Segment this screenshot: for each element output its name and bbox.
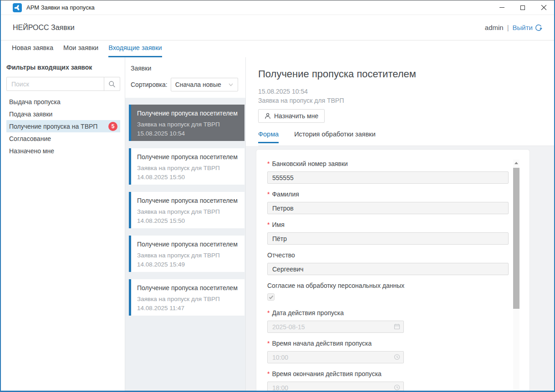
request-card-datetime: 14.08.2025 15:50 <box>137 217 240 224</box>
request-card-title: Получение пропуска посетителем <box>137 241 240 248</box>
request-card-subtitle: Заявка на пропуск для ТВРП <box>137 165 240 171</box>
last-name-input[interactable] <box>267 202 509 214</box>
minimize-icon <box>499 7 504 8</box>
field-label-text: Отчество <box>267 251 295 259</box>
tab-new-request[interactable]: Новая заявка <box>12 40 53 57</box>
scroll-up-button[interactable] <box>513 160 519 166</box>
scrollbar-thumb[interactable] <box>513 168 519 309</box>
request-card-subtitle: Заявка на пропуск для ТВРП <box>137 296 240 302</box>
start-time-input[interactable] <box>267 351 404 363</box>
pass-date-input[interactable] <box>267 321 404 333</box>
detail-header: Получение пропуска посетителем 15.08.202… <box>246 57 554 146</box>
request-list: Получение пропуска посетителем Заявка на… <box>125 98 245 391</box>
time-input-wrap <box>267 382 404 391</box>
field-label: Отчество <box>267 251 530 259</box>
chevron-down-icon <box>228 82 234 87</box>
field-label: Согласие на обработку персональных данны… <box>267 282 530 289</box>
assign-to-me-button[interactable]: Назначить мне <box>258 109 325 123</box>
filter-item-request-submission[interactable]: Подача заявки <box>6 108 120 120</box>
middle-name-input[interactable] <box>267 263 509 275</box>
field-start-time: *Время начала действия пропуска <box>267 340 530 363</box>
field-label-text: Время начала действия пропуска <box>272 340 372 347</box>
search-input[interactable] <box>7 77 104 90</box>
request-card[interactable]: Получение пропуска посетителем Заявка на… <box>129 279 244 316</box>
first-name-input[interactable] <box>267 232 509 245</box>
filters-sidebar: Фильтры входящих заявок Выдача пропуска … <box>1 57 125 391</box>
filter-label: Назначено мне <box>9 147 54 155</box>
tab-incoming-requests[interactable]: Входящие заявки <box>108 40 162 57</box>
field-middle-name: Отчество <box>267 251 530 275</box>
field-label-text: Дата действия пропуска <box>272 309 344 317</box>
check-icon <box>269 295 274 300</box>
maximize-button[interactable] <box>512 0 533 15</box>
required-mark: * <box>267 191 270 198</box>
window-title: АРМ Заявки на пропуска <box>26 4 491 11</box>
time-input-wrap <box>267 351 404 363</box>
consent-checkbox[interactable] <box>267 293 275 301</box>
field-consent: Согласие на обработку персональных данны… <box>267 282 530 301</box>
end-time-input[interactable] <box>267 382 404 391</box>
field-label-text: Имя <box>272 221 284 228</box>
sort-label: Сортировка: <box>131 81 168 88</box>
bank-number-input[interactable] <box>267 171 509 184</box>
tab-history[interactable]: История обработки заявки <box>294 131 376 143</box>
request-card-datetime: 14.08.2025 15:49 <box>137 261 240 268</box>
main-tabs: Новая заявка Мои заявки Входящие заявки <box>1 40 554 57</box>
logout-icon <box>535 24 542 31</box>
form-card: *Банковский номер заявки *Фамилия <box>256 149 530 391</box>
required-mark: * <box>267 309 270 317</box>
sort-select[interactable]: Сначала новые <box>171 78 238 91</box>
request-card[interactable]: Получение пропуска посетителем Заявка на… <box>129 105 244 141</box>
brand-title: НЕЙРОСС Заявки <box>13 24 75 32</box>
user-separator: | <box>507 24 509 31</box>
field-label: *Фамилия <box>267 191 530 198</box>
date-input-wrap <box>267 321 404 333</box>
detail-body: *Банковский номер заявки *Фамилия <box>246 146 554 391</box>
filters-title: Фильтры входящих заявок <box>6 64 120 71</box>
requests-title: Заявки <box>131 65 240 72</box>
user-area: admin | Выйти <box>485 24 542 31</box>
tab-form[interactable]: Форма <box>258 131 279 143</box>
person-icon <box>265 113 271 119</box>
search-button[interactable] <box>104 77 120 90</box>
clock-icon <box>394 384 400 391</box>
required-mark: * <box>267 340 270 347</box>
field-label: *Имя <box>267 221 530 228</box>
close-button[interactable] <box>533 0 554 15</box>
detail-title: Получение пропуска посетителем <box>258 68 554 80</box>
requests-header: Заявки Сортировка: Сначала новые <box>125 57 245 98</box>
request-card[interactable]: Получение пропуска посетителем Заявка на… <box>129 148 244 185</box>
app-window: АРМ Заявки на пропуска НЕЙРОСС Заявки ad… <box>0 0 555 392</box>
field-label-text: Банковский номер заявки <box>272 160 347 167</box>
tab-my-requests[interactable]: Мои заявки <box>63 40 98 57</box>
filter-item-pass-issue[interactable]: Выдача пропуска <box>6 95 120 108</box>
maximize-icon <box>520 5 525 10</box>
arrow-up-icon <box>514 162 518 164</box>
filter-item-approval[interactable]: Согласование <box>6 132 120 145</box>
logout-link[interactable]: Выйти <box>513 24 542 31</box>
count-badge: 5 <box>108 122 117 131</box>
request-card-title: Получение пропуска посетителем <box>137 110 240 117</box>
minimize-button[interactable] <box>491 0 512 15</box>
filter-item-assigned-to-me[interactable]: Назначено мне <box>6 145 120 157</box>
request-card[interactable]: Получение пропуска посетителем Заявка на… <box>129 236 244 272</box>
detail-datetime: 15.08.2025 10:54 <box>258 87 554 96</box>
sort-row: Сортировка: Сначала новые <box>131 78 240 91</box>
content-area: Фильтры входящих заявок Выдача пропуска … <box>1 57 554 391</box>
field-pass-date: *Дата действия пропуска <box>267 309 530 333</box>
field-label-text: Фамилия <box>272 191 299 198</box>
field-last-name: *Фамилия <box>267 191 530 214</box>
form-scrollbar[interactable] <box>513 160 519 391</box>
filter-item-tvrp-pass[interactable]: Получение пропуска на ТВРП 5 <box>6 120 120 132</box>
field-label: *Время начала действия пропуска <box>267 340 530 347</box>
field-first-name: *Имя <box>267 221 530 245</box>
request-card-datetime: 14.08.2025 11:47 <box>137 305 240 312</box>
logout-label: Выйти <box>513 24 533 31</box>
current-user: admin <box>485 24 504 31</box>
calendar-icon <box>394 323 400 330</box>
app-header: НЕЙРОСС Заявки admin | Выйти <box>1 15 554 40</box>
form-content: *Банковский номер заявки *Фамилия <box>256 150 530 391</box>
sort-selected-value: Сначала новые <box>175 81 221 88</box>
app-logo-icon <box>13 3 22 12</box>
request-card[interactable]: Получение пропуска посетителем Заявка на… <box>129 192 244 228</box>
